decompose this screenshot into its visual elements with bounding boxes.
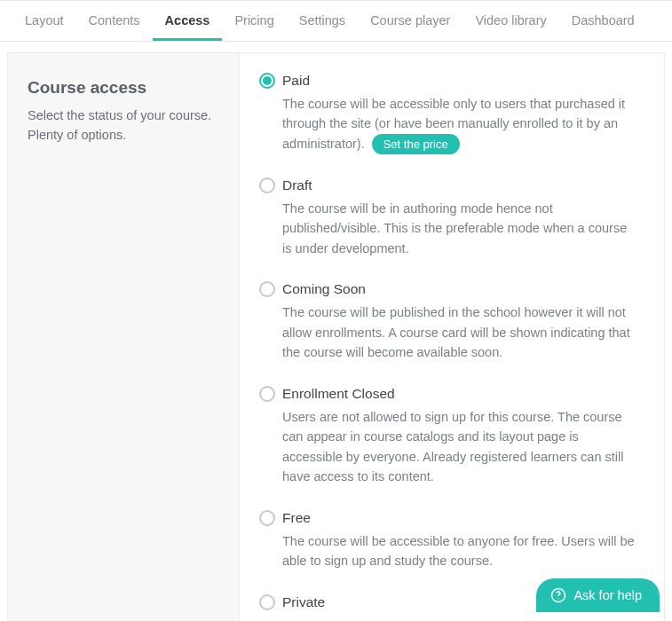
tab-video-library[interactable]: Video library — [462, 1, 558, 41]
tab-layout[interactable]: Layout — [12, 1, 76, 41]
option-title-coming-soon: Coming Soon — [282, 281, 366, 297]
radio-private[interactable] — [259, 594, 275, 610]
radio-draft[interactable] — [259, 177, 275, 193]
option-desc-enrollment-closed: Users are not allowed to sign up for thi… — [282, 407, 637, 487]
option-desc-paid: The course will be accessible only to us… — [282, 94, 637, 154]
option-title-free: Free — [282, 510, 311, 526]
sidebar-subtitle: Select the status of your course. Plenty… — [28, 106, 219, 145]
option-title-private: Private — [282, 594, 325, 610]
course-access-panel: Course access Select the status of your … — [7, 52, 665, 621]
option-desc-coming-soon: The course will be published in the scho… — [282, 303, 637, 362]
set-the-price-button[interactable]: Set the price — [372, 134, 460, 154]
radio-enrollment-closed[interactable] — [259, 386, 275, 402]
radio-free[interactable] — [259, 510, 275, 526]
tab-contents[interactable]: Contents — [76, 1, 153, 41]
option-desc-draft: The course will be in authoring mode hen… — [282, 199, 637, 258]
sidebar-title: Course access — [28, 78, 219, 98]
panel-sidebar: Course access Select the status of your … — [8, 53, 240, 621]
svg-point-1 — [558, 598, 559, 599]
option-enrollment-closed: Enrollment Closed Users are not allowed … — [259, 386, 637, 487]
radio-coming-soon[interactable] — [259, 281, 275, 297]
ask-for-help-button[interactable]: Ask for help — [536, 578, 660, 612]
option-title-paid: Paid — [282, 73, 310, 89]
panel-main: Paid The course will be accessible only … — [240, 53, 664, 621]
option-draft: Draft The course will be in authoring mo… — [259, 177, 637, 258]
help-button-label: Ask for help — [573, 588, 642, 602]
option-desc-free: The course will be accessible to anyone … — [282, 531, 637, 571]
radio-paid[interactable] — [259, 73, 275, 89]
tab-pricing[interactable]: Pricing — [222, 1, 286, 41]
option-title-enrollment-closed: Enrollment Closed — [282, 386, 395, 402]
tab-dashboard[interactable]: Dashboard — [559, 1, 647, 41]
option-coming-soon: Coming Soon The course will be published… — [259, 281, 637, 362]
option-paid: Paid The course will be accessible only … — [259, 73, 637, 154]
option-title-draft: Draft — [282, 177, 312, 193]
tab-bar: Layout Contents Access Pricing Settings … — [0, 0, 672, 42]
option-free: Free The course will be accessible to an… — [259, 510, 637, 571]
tab-course-player[interactable]: Course player — [358, 1, 462, 41]
tab-access[interactable]: Access — [153, 1, 223, 41]
tab-settings[interactable]: Settings — [287, 1, 358, 41]
help-circle-icon — [550, 587, 566, 603]
